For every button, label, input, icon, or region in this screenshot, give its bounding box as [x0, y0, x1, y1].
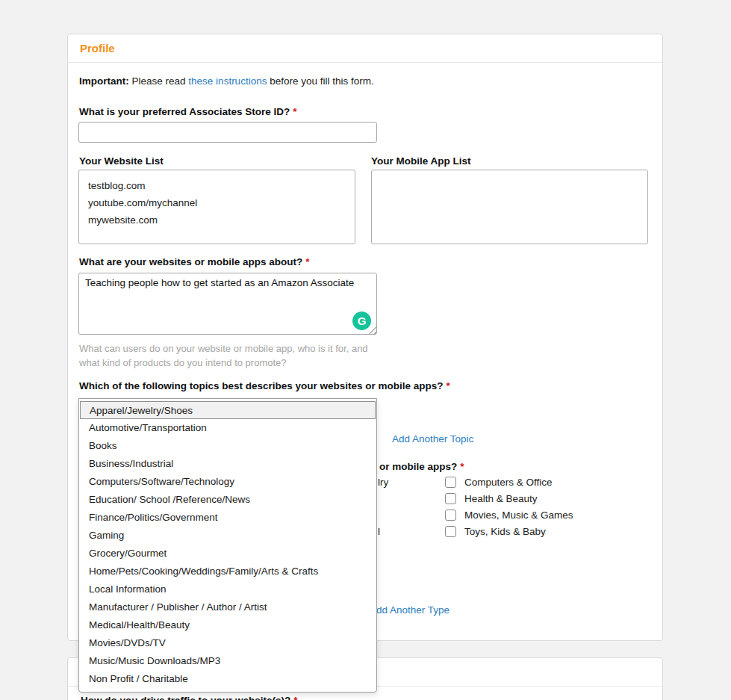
checkbox-computers-office[interactable] [445, 477, 456, 488]
topics-dropdown-list[interactable]: Apparel/Jewelry/Shoes Automotive/Transpo… [78, 398, 377, 693]
website-list-item[interactable]: testblog.com [79, 177, 355, 194]
products-question-fragment: or mobile apps?* [379, 461, 464, 472]
website-list-item[interactable]: youtube.com/mychannel [79, 194, 355, 211]
dropdown-option-medical-health-beauty[interactable]: Medical/Health/Beauty [79, 616, 376, 634]
required-asterisk: * [293, 695, 297, 700]
dropdown-option-apparel-jewelry-shoes[interactable]: Apparel/Jewelry/Shoes [80, 401, 376, 419]
topics-question: Which of the following topics best descr… [79, 380, 450, 391]
checkbox-label: Health & Beauty [464, 493, 538, 504]
checkbox-label: Toys, Kids & Baby [464, 526, 546, 537]
add-another-type-link[interactable]: Add Another Type [370, 604, 450, 616]
important-post-text: before you fill this form. [270, 75, 374, 87]
important-note: Important: Please read these instruction… [79, 75, 374, 87]
instructions-link[interactable]: these instructions [188, 75, 267, 87]
dropdown-option-other[interactable]: Other [79, 688, 376, 693]
products-question-text: or mobile apps? [379, 461, 457, 472]
dropdown-option-education-school-reference-news[interactable]: Education/ School /Reference/News [79, 491, 376, 509]
website-list-label: Your Website List [79, 155, 164, 167]
required-asterisk: * [460, 461, 464, 472]
dropdown-option-books[interactable]: Books [79, 437, 376, 455]
about-helper-line1: What can users do on your website or mob… [79, 341, 368, 356]
website-listbox[interactable]: testblog.com youtube.com/mychannel myweb… [78, 170, 355, 244]
store-id-question-text: What is your preferred Associates Store … [79, 106, 290, 117]
profile-card-header: Profile [68, 34, 662, 63]
checkbox-movies-music-games[interactable] [445, 509, 456, 521]
mobile-app-list-label: Your Mobile App List [371, 155, 471, 167]
important-label: Important: [79, 75, 129, 87]
traffic-question: How do you drive traffic to your website… [81, 695, 298, 700]
dropdown-option-non-profit-charitable[interactable]: Non Profit / Charitable [79, 670, 376, 688]
add-another-topic-link[interactable]: Add Another Topic [392, 433, 473, 445]
dropdown-option-computers-software-technology[interactable]: Computers/Software/Technology [79, 473, 376, 491]
checkbox-label: Computers & Office [464, 477, 553, 488]
about-question: What are your websites or mobile apps ab… [79, 256, 310, 267]
store-id-question: What is your preferred Associates Store … [79, 106, 297, 117]
dropdown-option-manufacturer-publisher-author-artist[interactable]: Manufacturer / Publisher / Author / Arti… [79, 598, 376, 616]
store-id-input[interactable] [78, 122, 377, 143]
about-textarea[interactable]: Teaching people how to get started as an… [78, 273, 377, 335]
dropdown-option-gaming[interactable]: Gaming [79, 527, 376, 545]
profile-title: Profile [80, 42, 115, 55]
dropdown-option-home-pets-cooking[interactable]: Home/Pets/Cooking/Weddings/Family/Arts &… [79, 563, 376, 580]
dropdown-option-local-information[interactable]: Local Information [79, 580, 376, 598]
traffic-question-text: How do you drive traffic to your website… [81, 695, 290, 700]
website-list-item[interactable]: mywebsite.com [79, 211, 355, 229]
checkbox-label: Movies, Music & Games [464, 509, 573, 521]
dropdown-option-grocery-gourmet[interactable]: Grocery/Gourmet [79, 545, 376, 563]
checkbox-toys-kids-baby[interactable] [445, 526, 456, 537]
product-left-label-fragment: l [378, 526, 380, 537]
dropdown-option-music-downloads-mp3[interactable]: Music/Music Downloads/MP3 [79, 652, 376, 670]
topics-question-text: Which of the following topics best descr… [79, 380, 444, 391]
about-helper-line2: what kind of products do you intend to p… [79, 356, 287, 370]
dropdown-option-business-industrial[interactable]: Business/Industrial [79, 455, 376, 473]
dropdown-option-finance-politics-government[interactable]: Finance/Politics/Government [79, 509, 376, 527]
dropdown-option-movies-dvds-tv[interactable]: Movies/DVDs/TV [79, 634, 376, 652]
dropdown-option-automotive-transportation[interactable]: Automotive/Transportation [79, 419, 376, 437]
product-left-label-fragment: lry [378, 477, 388, 488]
required-asterisk: * [447, 380, 450, 391]
important-pre-text: Please read [132, 75, 186, 87]
page: Profile Important: Please read these ins… [0, 0, 731, 700]
about-question-text: What are your websites or mobile apps ab… [79, 256, 302, 267]
required-asterisk: * [293, 106, 296, 117]
checkbox-health-beauty[interactable] [445, 493, 456, 504]
mobile-app-listbox[interactable] [371, 170, 648, 244]
required-asterisk: * [305, 256, 309, 267]
grammarly-icon[interactable]: G [352, 312, 371, 330]
